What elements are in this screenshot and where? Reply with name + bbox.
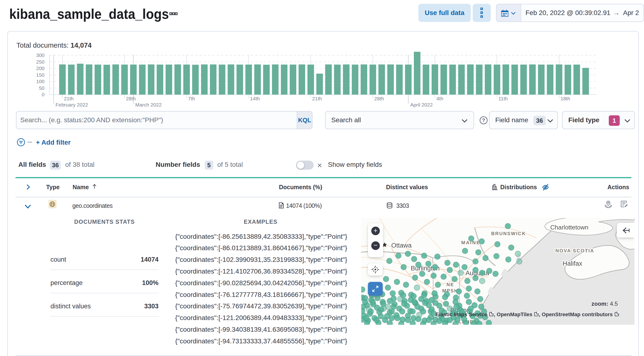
svg-text:7th: 7th [188,96,195,101]
svg-text:250: 250 [36,59,44,65]
svg-text:4th: 4th [436,96,443,101]
svg-text:April 2022: April 2022 [410,102,433,107]
svg-text:21th: 21th [312,96,322,101]
svg-text:Charlottetown: Charlottetown [550,224,588,231]
svg-text:50: 50 [39,85,44,91]
svg-text:28th: 28th [374,96,384,101]
svg-text:?: ? [482,117,485,123]
svg-text:18th: 18th [560,96,570,101]
svg-text:21th: 21th [64,96,74,101]
svg-text:NOVA SCOTIA: NOVA SCOTIA [556,248,594,253]
svg-text:NE: NE [446,282,454,287]
svg-text:28th: 28th [126,96,136,101]
svg-text:March 2022: March 2022 [135,102,162,107]
svg-text:14th: 14th [250,96,260,101]
svg-text:200: 200 [36,66,44,71]
svg-text:11th: 11th [498,96,508,101]
svg-text:0: 0 [42,92,44,97]
svg-text:BRUNSWICK: BRUNSWICK [491,231,526,236]
svg-text:Halifax: Halifax [562,260,582,267]
svg-text:100: 100 [36,79,44,84]
svg-text:Ottawa: Ottawa [391,242,412,249]
svg-text:150: 150 [36,72,44,78]
svg-text:February 2022: February 2022 [56,102,88,107]
svg-text:300: 300 [36,52,44,58]
